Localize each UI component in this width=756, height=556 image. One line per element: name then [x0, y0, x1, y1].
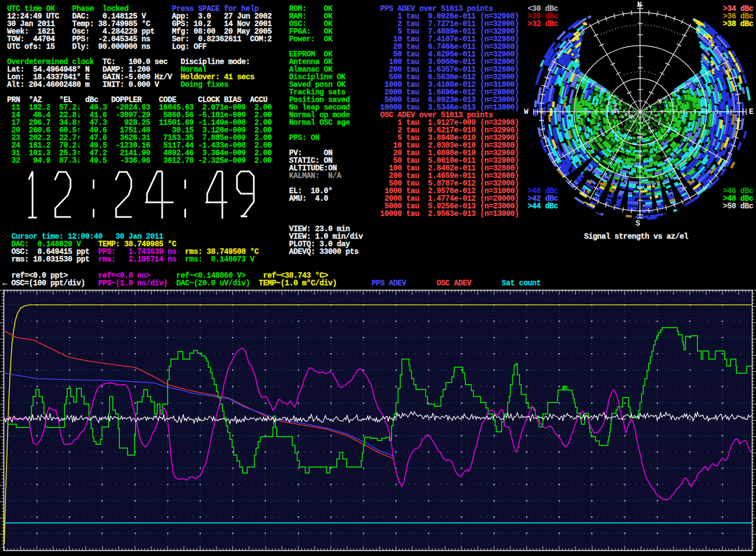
svg-text:E: E	[749, 107, 753, 116]
svg-text:W: W	[524, 107, 529, 116]
svg-text:N: N	[637, 1, 642, 9]
svg-text:S: S	[636, 219, 640, 228]
